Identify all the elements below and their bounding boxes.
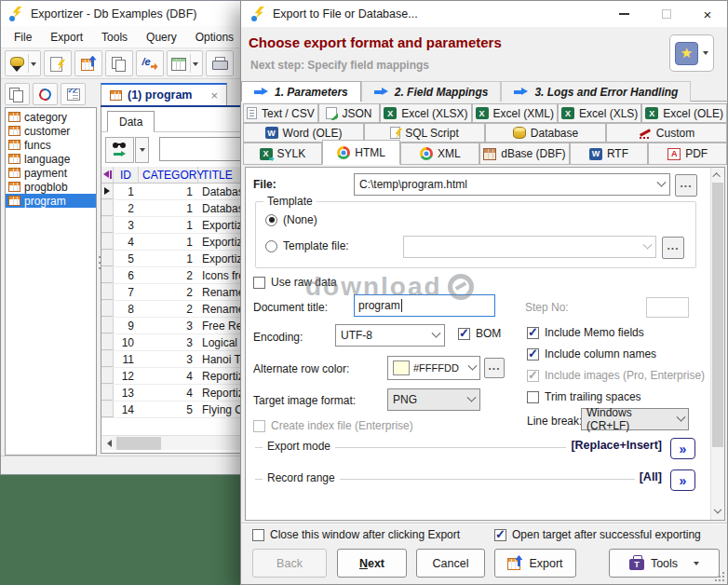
template-file-option[interactable]: Template file: [265,239,349,252]
format-tab[interactable]: Excel (XML) [472,103,558,123]
pick-color-button[interactable] [484,358,505,378]
cancel-button[interactable]: Cancel [416,549,485,578]
document-title-input[interactable]: program [354,294,495,317]
format-tab[interactable]: dBase (DBF) [479,143,569,165]
option-row[interactable]: Include images (Pro, Enterprise) [527,369,705,382]
encoding-combo[interactable]: UTF-8 [335,324,445,347]
use-raw-data-checkbox[interactable] [253,277,265,289]
close-button[interactable]: × [694,3,721,25]
line-break-combo[interactable]: Windows (CR+LF) [581,408,689,430]
menu-item[interactable]: Query [137,28,186,47]
radio-template-file[interactable] [265,240,277,252]
format-tab[interactable]: HTML [322,140,401,165]
tools-button[interactable]: Tools [609,549,720,578]
resize-grip[interactable] [715,572,724,581]
column-header-id[interactable]: ID [114,167,139,183]
table-icon [8,196,20,206]
table-list-item[interactable]: category [6,110,96,124]
close-tab-icon[interactable]: × [210,88,218,102]
toolbar-button[interactable] [105,50,133,76]
toolbar-button[interactable] [136,50,164,76]
tab-program[interactable]: (1) program × [101,83,227,105]
sidebar-toolbar-button[interactable] [5,83,30,105]
format-tab[interactable]: Excel (XLS) [558,103,641,123]
format-tab[interactable]: RTF [570,143,649,165]
toolbar-button[interactable] [206,50,234,76]
scroll-up-icon[interactable] [711,168,724,183]
column-header-category[interactable]: CATEGORY [139,167,198,183]
image-format-combo[interactable]: PNG [387,388,480,411]
option-row[interactable]: Include Memo fields [527,326,705,339]
format-tab[interactable]: Text / CSV [243,103,318,123]
format-tab[interactable]: Custom [606,123,727,143]
chevron-down-icon[interactable] [673,409,688,429]
search-dropdown-button[interactable] [135,137,149,163]
format-tab[interactable]: Database [485,123,606,143]
vertical-scrollbar[interactable] [710,168,724,520]
option-row[interactable]: Trim trailing spaces [527,390,705,403]
table-list-item[interactable]: payment [6,166,96,180]
export-mode-expand-button[interactable] [670,438,695,459]
format-tab[interactable]: Excel (OLE) [641,103,727,123]
menu-item[interactable]: Tools [92,28,137,47]
sidebar-toolbar-button[interactable] [33,83,58,105]
chevron-down-icon[interactable] [466,357,479,379]
dbf-icon [483,148,496,160]
scrollbar-thumb[interactable] [712,183,723,447]
chevron-down-icon[interactable] [463,389,479,410]
format-tab[interactable]: JSON [318,103,381,123]
minimize-button[interactable] [610,3,638,25]
favorites-button[interactable] [669,34,714,72]
radio-none[interactable] [265,214,277,226]
table-list-item[interactable]: customer [6,124,96,138]
open-target-option[interactable]: Open target after successful exporting [494,528,701,541]
toolbar-button[interactable] [5,50,41,76]
chevron-down-icon[interactable] [427,325,444,346]
menu-item[interactable]: File [5,28,41,47]
toolbar-button[interactable] [44,50,72,76]
option-checkbox[interactable] [527,391,539,403]
option-row[interactable]: Include column names [527,347,705,361]
option-checkbox[interactable] [527,327,539,339]
table-name: category [24,111,67,124]
format-tab[interactable]: PDF [648,143,727,165]
open-target-checkbox[interactable] [494,529,506,541]
menu-item[interactable]: Options [186,28,243,47]
bom-option[interactable]: BOM [458,327,501,340]
bom-checkbox[interactable] [458,328,470,340]
wizard-step-tab[interactable]: 3. Logs and Error Handling [501,81,691,102]
close-after-option[interactable]: Close this window after clicking Export [252,528,460,541]
scrollbar-thumb[interactable] [116,437,161,450]
browse-file-button[interactable] [675,174,697,197]
option-checkbox[interactable] [527,370,539,382]
template-file-combo[interactable] [403,236,656,258]
scroll-left-icon[interactable] [101,440,116,447]
record-range-expand-button[interactable] [670,469,695,491]
format-tab[interactable]: Excel (XLSX) [380,103,471,123]
menu-item[interactable]: Export [41,28,92,47]
format-tab[interactable]: SYLK [243,143,322,165]
use-raw-data-option[interactable]: Use raw data [253,276,337,289]
wizard-step-tab[interactable]: 1. Parameters [241,81,361,102]
scroll-down-icon[interactable] [711,505,724,520]
option-checkbox[interactable] [527,348,539,361]
table-list-item[interactable]: funcs [6,138,96,152]
table-list-item[interactable]: language [6,152,96,166]
format-tab[interactable]: XML [400,143,479,165]
toolbar-button[interactable] [74,50,102,76]
file-combo[interactable]: C:\temp\program.html [354,173,670,196]
chevron-down-icon[interactable] [653,174,669,195]
search-button[interactable] [105,137,134,163]
alt-row-color-combo[interactable]: #FFFFDD [387,356,480,380]
table-list-item[interactable]: progblob [6,180,96,194]
toolbar-button[interactable] [167,50,203,76]
table-list-item[interactable]: program [6,194,96,208]
wizard-step-tab[interactable]: 2. Field Mappings [361,81,502,102]
browse-template-button[interactable] [662,237,684,259]
export-button[interactable]: Export [494,549,576,578]
next-button[interactable]: Next [337,549,407,578]
close-after-checkbox[interactable] [252,529,264,541]
sidebar-toolbar-button[interactable] [61,83,86,105]
template-none-option[interactable]: (None) [265,213,317,226]
tab-data[interactable]: Data [107,111,155,132]
